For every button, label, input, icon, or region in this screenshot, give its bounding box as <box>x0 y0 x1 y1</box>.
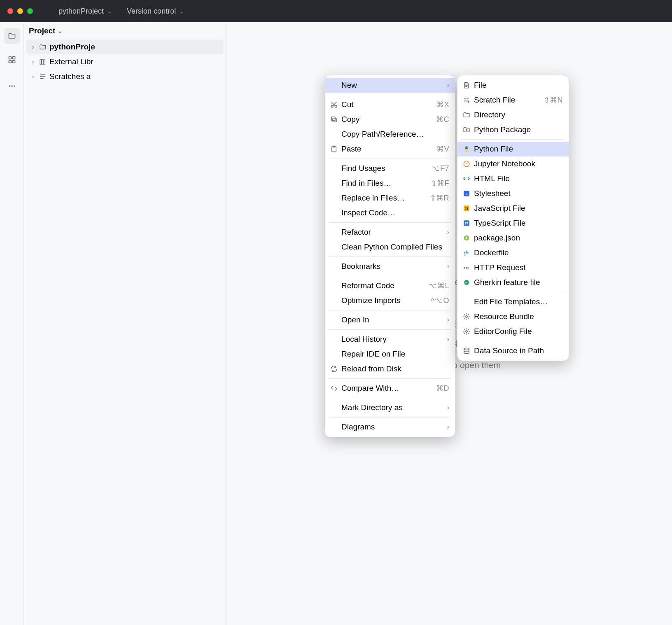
menu-item[interactable]: Replace in Files…⇧⌘R <box>325 191 455 205</box>
menu-item-shortcut: ⌘V <box>436 145 449 154</box>
chevron-right-icon: › <box>447 82 449 89</box>
menu-item-label: Python File <box>474 145 563 154</box>
menu-item-shortcut: ⌘D <box>436 384 449 393</box>
menu-item-shortcut: ⇧⌘R <box>430 194 450 203</box>
menu-item[interactable]: Clean Python Compiled Files <box>325 240 455 254</box>
menu-item[interactable]: 3Stylesheet <box>457 186 569 201</box>
menu-item[interactable]: Local History› <box>325 332 455 347</box>
menu-item[interactable]: Refactor› <box>325 225 455 240</box>
menu-item[interactable]: Cut⌘X <box>325 97 455 112</box>
svg-point-11 <box>335 105 337 107</box>
docker-icon: D <box>462 249 471 257</box>
tree-item-label: pythonProje <box>49 42 95 51</box>
svg-point-33 <box>466 316 468 318</box>
svg-rect-8 <box>42 59 43 64</box>
menu-item-label: Reload from Disk <box>341 364 449 373</box>
menu-item-label: Clean Python Compiled Files <box>341 243 449 252</box>
tree-item[interactable]: ›Scratches a <box>26 69 224 84</box>
menu-item[interactable]: Mark Directory as› <box>325 400 455 415</box>
menu-item[interactable]: Optimize Imports^⌥O <box>325 293 455 308</box>
gear-icon <box>462 313 471 320</box>
menu-separator <box>462 292 565 292</box>
menu-item[interactable]: Reformat Code⌥⌘L <box>325 278 455 293</box>
menu-item[interactable]: Find in Files…⇧⌘F <box>325 176 455 191</box>
menu-item-shortcut: ⌥F7 <box>431 164 449 173</box>
menu-item[interactable]: Compare With…⌘D <box>325 381 455 396</box>
menu-item-label: Copy Path/Reference… <box>341 130 449 139</box>
tree-item[interactable]: ›pythonProje <box>26 40 224 54</box>
menu-separator <box>329 329 451 330</box>
window-minimize-button[interactable] <box>17 8 23 14</box>
menu-item[interactable]: package.json <box>457 231 569 245</box>
libraries-icon <box>39 58 47 66</box>
svg-rect-9 <box>44 59 45 64</box>
menu-item[interactable]: Copy⌘C <box>325 112 455 127</box>
project-switcher[interactable]: pythonProject ⌄ <box>53 5 118 18</box>
main-area: Project ⌄ ›pythonProje›External Libr›Scr… <box>0 22 672 625</box>
vcs-switcher[interactable]: Version control ⌄ <box>121 5 190 18</box>
chevron-right-icon: › <box>447 229 449 236</box>
chevron-down-icon: ⌄ <box>107 8 112 14</box>
menu-item-label: Open In <box>341 315 447 324</box>
menu-item[interactable]: Gherkin feature file <box>457 275 569 290</box>
window-close-button[interactable] <box>7 8 13 14</box>
menu-item[interactable]: Inspect Code… <box>325 205 455 220</box>
menu-item[interactable]: Resource Bundle <box>457 309 569 324</box>
menu-item-label: Stylesheet <box>474 189 563 198</box>
menu-item[interactable]: APIHTTP Request <box>457 260 569 275</box>
menu-item[interactable]: TSTypeScript File <box>457 216 569 231</box>
svg-rect-28 <box>467 252 469 254</box>
tree-item-label: Scratches a <box>49 72 91 81</box>
menu-separator <box>462 139 565 140</box>
menu-item[interactable]: Jupyter Notebook <box>457 156 569 171</box>
menu-item[interactable]: Data Source in Path <box>457 343 569 358</box>
menu-item[interactable]: DDockerfile <box>457 245 569 260</box>
window-zoom-button[interactable] <box>27 8 33 14</box>
chevron-right-icon: › <box>30 73 36 80</box>
menu-separator <box>329 159 451 159</box>
menu-item[interactable]: Reload from Disk <box>325 361 455 376</box>
svg-point-16 <box>467 101 469 103</box>
svg-point-4 <box>9 85 10 86</box>
menu-item-label: Repair IDE on File <box>341 350 449 359</box>
project-tool-button[interactable] <box>4 28 20 44</box>
more-tool-button[interactable] <box>4 78 20 94</box>
menu-item[interactable]: New› <box>325 78 455 93</box>
svg-rect-1 <box>12 57 15 59</box>
menu-item[interactable]: Python Package <box>457 122 569 137</box>
menu-item[interactable]: HTML File <box>457 171 569 186</box>
menu-item[interactable]: Open In› <box>325 312 455 327</box>
menu-item[interactable]: File <box>457 78 569 93</box>
svg-point-17 <box>466 129 467 131</box>
chevron-right-icon: › <box>447 423 449 431</box>
project-switcher-label: pythonProject <box>58 7 104 16</box>
menu-item-shortcut: ⌘C <box>436 115 449 124</box>
menu-item-shortcut: ⇧⌘F <box>431 179 450 188</box>
menu-item[interactable]: Edit File Templates… <box>457 294 569 309</box>
tree-item[interactable]: ›External Libr <box>26 54 224 69</box>
menu-item[interactable]: Repair IDE on File <box>325 347 455 361</box>
menu-item[interactable]: Copy Path/Reference… <box>325 127 455 142</box>
titlebar: pythonProject ⌄ Version control ⌄ <box>0 0 672 22</box>
menu-item[interactable]: Diagrams› <box>325 420 455 434</box>
chevron-right-icon: › <box>447 316 449 324</box>
menu-item[interactable]: Python File <box>457 142 569 156</box>
menu-item-label: TypeScript File <box>474 219 563 228</box>
menu-item[interactable]: Paste⌘V <box>325 142 455 156</box>
folder-icon <box>39 43 47 51</box>
menu-item[interactable]: Bookmarks› <box>325 259 455 274</box>
project-panel-header[interactable]: Project ⌄ <box>24 22 226 40</box>
reload-icon <box>329 365 339 373</box>
structure-tool-button[interactable] <box>4 52 20 68</box>
menu-item[interactable]: JSJavaScript File <box>457 201 569 216</box>
http-icon: API <box>462 264 471 271</box>
menu-item[interactable]: Find Usages⌥F7 <box>325 161 455 176</box>
scratches-icon <box>39 72 47 81</box>
package-icon <box>462 126 471 133</box>
menu-item[interactable]: Directory <box>457 107 569 122</box>
svg-text:3: 3 <box>466 192 467 196</box>
menu-item[interactable]: Scratch File⇧⌘N <box>457 93 569 107</box>
svg-text:API: API <box>464 266 469 270</box>
menu-item[interactable]: EditorConfig File <box>457 324 569 339</box>
svg-rect-29 <box>466 251 467 252</box>
